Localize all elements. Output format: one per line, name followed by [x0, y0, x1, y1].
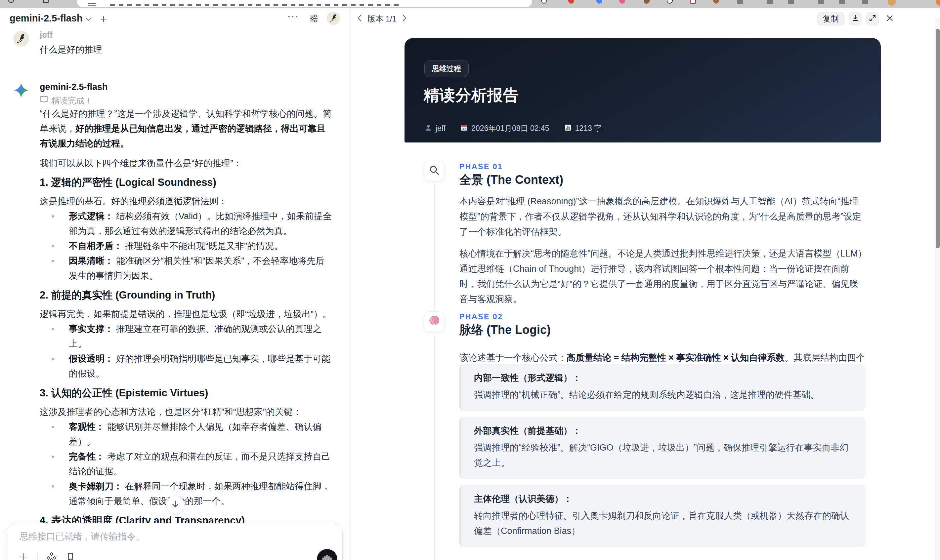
dimension-card: 内部一致性（形式逻辑）： 强调推理的“机械正确”。结论必须在给定的规则系统内逻辑…	[459, 364, 866, 411]
extension-globe-icon[interactable]	[839, 0, 845, 4]
section-intro: 这涉及推理者的心态和方法论，也是区分“杠精”和“思想家”的关键：	[40, 405, 333, 420]
report-word-count: 1213 字	[575, 123, 602, 134]
phase2-label: PHASE 02	[459, 312, 503, 322]
extension-panda-icon[interactable]	[667, 0, 673, 4]
reasoning-section: 3. 认知的公正性 (Epistemic Virtues) 这涉及推理者的心态和…	[40, 386, 333, 509]
bullet-item: 客观性：能够识别并尽量排除个人偏见（如幸存者偏差、确认偏差）。	[69, 420, 333, 449]
extension-pink-icon[interactable]	[619, 0, 625, 4]
menu-icon[interactable]	[88, 3, 96, 6]
bullet-item: 奥卡姆剃刀：在解释同一个现象时，如果两种推理都能站得住脚，通常倾向于最简单、假设…	[69, 479, 333, 509]
gemini-star-icon	[13, 82, 29, 98]
user-message-text: 什么是好的推理	[40, 43, 102, 56]
edge-sliver-icon[interactable]	[936, 0, 940, 6]
copy-button[interactable]: 复制	[817, 12, 845, 25]
extension-red-icon[interactable]	[568, 0, 574, 4]
new-chat-button[interactable]	[98, 14, 109, 25]
section-intro: 逻辑再完美，如果前提是错误的，推理也是垃圾（即“垃圾进，垃圾出”）。	[40, 307, 333, 322]
url-text-partial	[110, 4, 401, 6]
extension-brown-2-icon[interactable]	[713, 0, 719, 4]
voice-input-button[interactable]	[317, 549, 337, 560]
more-options-button[interactable]: ⋯	[287, 9, 299, 23]
phase2-icon-card	[424, 311, 445, 332]
extension-brown-icon[interactable]	[644, 0, 650, 4]
bullet-item: 因果清晰：能准确区分“相关性”和“因果关系”，不会轻率地将先后发生的事情归为因果…	[69, 254, 333, 283]
artifact-toolbar: 版本 1/1 复制	[350, 8, 940, 29]
report-date: 2026年01月08日 02:45	[472, 123, 549, 134]
scroll-to-bottom-button[interactable]	[166, 495, 185, 514]
bullet-item: 假设透明：好的推理会明确指明哪些是已知事实，哪些是基于可能的假设。	[69, 351, 333, 381]
expand-button[interactable]	[866, 12, 879, 25]
chevron-left-icon[interactable]	[357, 14, 362, 23]
dimension-cards: 内部一致性（形式逻辑）： 强调推理的“机械正确”。结论必须在给定的规则系统内逻辑…	[459, 364, 866, 547]
bullet-item: 形式逻辑：结构必须有效（Valid）。比如演绎推理中，如果前提全部为真，那么通过…	[69, 209, 333, 238]
brain-icon	[428, 315, 440, 328]
bookmark-icon[interactable]	[65, 552, 76, 560]
chevron-right-icon[interactable]	[402, 14, 407, 23]
report-meta: jeff 17 2026年01月08日 02:45 1213 字	[424, 123, 602, 134]
dimension-card-body: 强调推理的“机械正确”。结论必须在给定的规则系统内逻辑自洽，这是推理的硬件基础。	[474, 387, 852, 402]
chat-header: gemini-2.5-flash ⋯	[0, 8, 349, 29]
avatar	[13, 31, 29, 47]
app-window: gemini-2.5-flash ⋯ jeff	[0, 0, 940, 560]
timeline-connector	[434, 184, 435, 311]
bullet-item: 事实支撑：推理建立在可靠的数据、准确的观测或公认的真理之上。	[69, 322, 333, 351]
sliders-icon[interactable]	[309, 14, 319, 25]
section-title: 1. 逻辑的严密性 (Logical Soundness)	[40, 176, 333, 189]
phase1-title: 全景 (The Context)	[459, 172, 563, 188]
reasoning-section: 1. 逻辑的严密性 (Logical Soundness) 这是推理的基石。好的…	[40, 176, 333, 283]
extension-tool-icon[interactable]	[818, 0, 824, 4]
composer	[7, 523, 343, 560]
close-artifact-button[interactable]	[883, 12, 896, 25]
extension-slider-icon[interactable]	[767, 0, 773, 4]
bullet-list: 形式逻辑：结构必须有效（Valid）。比如演绎推理中，如果前提全部为真，那么通过…	[40, 209, 333, 283]
profile-avatar-icon[interactable]	[888, 0, 896, 6]
reasoning-sections: 1. 逻辑的严密性 (Logical Soundness) 这是推理的基石。好的…	[40, 176, 333, 560]
chevron-down-icon[interactable]	[85, 17, 91, 23]
waveform-icon	[322, 554, 333, 560]
bullet-item: 不自相矛盾：推理链条中不能出现“既是又非”的情况。	[69, 238, 333, 254]
calendar-icon: 17	[460, 124, 468, 134]
phase2-title: 脉络 (The Logic)	[459, 322, 551, 338]
extension-grid-icon[interactable]	[862, 0, 868, 4]
assistant-name: gemini-2.5-flash	[40, 82, 108, 92]
extension-pin-icon[interactable]	[737, 0, 743, 4]
scrollbar-thumb[interactable]	[936, 29, 940, 248]
thinking-process-badge: 思维过程	[424, 60, 468, 77]
section-title: 2. 前提的真实性 (Grounding in Truth)	[40, 289, 333, 302]
extension-blue-icon[interactable]	[596, 0, 602, 4]
bullet-list: 事实支撑：推理建立在可靠的数据、准确的观测或公认的真理之上。 假设透明：好的推理…	[40, 322, 333, 381]
browser-chrome-strip	[0, 0, 940, 8]
artifact-panel: 版本 1/1 复制	[350, 8, 940, 560]
extension-cursor-icon[interactable]	[788, 0, 794, 4]
assistant-intro-paragraph: “什么是好的推理？”这是一个涉及逻辑学、认知科学和哲学核心的问题。简单来说，好的…	[40, 106, 332, 151]
tab-grid-icon[interactable]	[43, 0, 49, 3]
report-title: 精读分析报告	[424, 85, 519, 106]
extension-w-icon[interactable]	[541, 0, 547, 4]
timeline-connector	[434, 334, 435, 560]
download-button[interactable]	[849, 12, 862, 25]
user-avatar[interactable]	[327, 12, 340, 25]
section-title: 3. 认知的公正性 (Epistemic Virtues)	[40, 386, 333, 400]
extension-red-square-icon[interactable]	[690, 0, 696, 4]
attach-plus-icon[interactable]	[19, 552, 29, 560]
model-title[interactable]: gemini-2.5-flash	[9, 13, 83, 24]
arrow-down-icon	[171, 500, 180, 510]
phase1-icon-card	[424, 161, 445, 181]
svg-text:17: 17	[462, 127, 466, 130]
close-icon	[885, 14, 894, 24]
section-intro: 这是推理的基石。好的推理必须遵循逻辑法则：	[40, 194, 333, 209]
bar-chart-icon	[564, 124, 572, 134]
dimension-card: 主体伦理（认识美德）： 转向推理者的心理特征。引入奥卡姆剃刀和反向论证，旨在克服…	[459, 485, 866, 547]
book-icon	[40, 95, 48, 106]
expand-icon	[869, 14, 877, 23]
phase1-paragraph-1: 本内容是对“推理 (Reasoning)”这一抽象概念的高层建模。在知识爆炸与人…	[459, 194, 867, 239]
reasoning-section: 2. 前提的真实性 (Grounding in Truth) 逻辑再完美，如果前…	[40, 289, 333, 381]
skills-diamonds-icon[interactable]	[46, 552, 57, 560]
address-bar[interactable]	[77, 0, 532, 7]
phase1-label: PHASE 01	[459, 162, 503, 171]
chat-panel: gemini-2.5-flash ⋯ jeff	[0, 8, 349, 560]
message-input[interactable]	[19, 531, 316, 542]
reload-icon[interactable]	[8, 0, 14, 3]
download-icon	[851, 14, 859, 23]
dimension-card-title: 外部真实性（前提基础）：	[474, 425, 852, 437]
